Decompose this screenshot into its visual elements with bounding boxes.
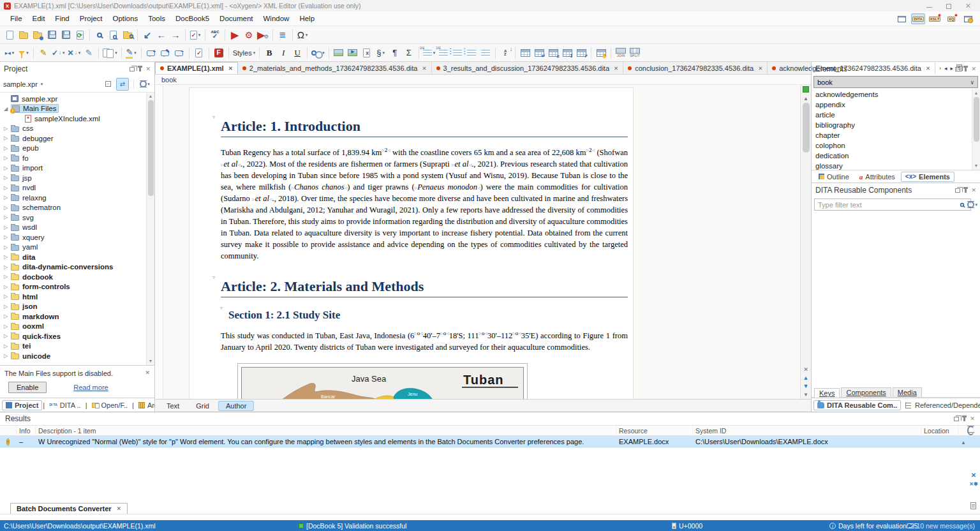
mode-tab-author[interactable]: Author	[218, 401, 254, 411]
panel-tab-dita[interactable]: DI TADITA ..	[45, 400, 85, 410]
menu-project[interactable]: Project	[75, 13, 108, 24]
join-cells-button[interactable]: JOIN	[614, 45, 628, 61]
insert-ordered-list-button[interactable]	[436, 45, 450, 61]
delete-column-button[interactable]: ⌿	[574, 45, 588, 61]
fold-arrow-icon[interactable]: ▿	[212, 274, 215, 280]
close-panel-icon[interactable]: ✕	[971, 66, 976, 72]
open-url-button[interactable]	[31, 27, 45, 43]
tree-item[interactable]: ▷xquery	[0, 232, 154, 243]
tree-item[interactable]: ▷quick-fixes	[0, 331, 154, 341]
tree-item[interactable]: ▷unicode	[0, 351, 154, 361]
expand-arrow-icon[interactable]: ▷	[4, 264, 11, 270]
insert-row-button[interactable]: ↵	[532, 45, 546, 61]
tree-item[interactable]: ▷html	[0, 292, 154, 302]
close-tab-icon[interactable]: ✕	[228, 65, 233, 71]
element-item[interactable]: bibliography	[812, 120, 980, 130]
dita-settings-gear-icon[interactable]: ▾	[967, 201, 977, 208]
document-tab[interactable]: EXAMPLE(1).xml✕	[155, 62, 238, 74]
insert-media-button[interactable]	[346, 45, 360, 61]
table-properties-button[interactable]: ✋	[594, 45, 608, 61]
pin-panel-icon[interactable]	[139, 67, 141, 71]
delete-row-button[interactable]: ≠	[546, 45, 560, 61]
expand-arrow-icon[interactable]: ▷	[4, 205, 11, 211]
results-column-headers[interactable]: Info Description - 1 item Resource Syste…	[0, 425, 980, 436]
mode-tab-grid[interactable]: Grid	[188, 401, 217, 411]
next-message-icon[interactable]: ▼	[803, 382, 809, 391]
tree-item[interactable]: ▷dita	[0, 252, 154, 262]
project-settings-gear-icon[interactable]: ▾	[138, 78, 151, 91]
tree-item[interactable]: ▷debugger	[0, 133, 154, 144]
element-item[interactable]: glossary	[812, 161, 980, 170]
configure-transformation-button[interactable]: ⚙	[242, 27, 256, 43]
menu-file[interactable]: File	[5, 13, 27, 24]
document-tab[interactable]: 3_results_and_discussion_1736247982335.4…	[432, 62, 624, 74]
panel-tab-project[interactable]: Project	[2, 400, 42, 410]
tree-item[interactable]: ▷wsdl	[0, 223, 154, 233]
restore-button[interactable]	[946, 4, 951, 9]
document-tab[interactable]: 2_materials_and_methods_1736247982335.45…	[238, 62, 432, 74]
validate-button[interactable]: ▾	[188, 27, 202, 43]
tree-item[interactable]: ▷schematron	[0, 203, 154, 213]
menu-document[interactable]: Document	[214, 13, 258, 24]
insert-paragraph-button[interactable]: ¶	[388, 45, 402, 61]
evaluation-days[interactable]: i Days left for evaluation: 25	[829, 520, 917, 531]
tree-item[interactable]: ▷nvdl	[0, 183, 154, 193]
editor-perspective-button[interactable]	[895, 13, 909, 24]
search-icon[interactable]	[960, 200, 965, 209]
editor-scrollbar[interactable]: ▲ ✕ ▲ ▼ ▼	[800, 85, 811, 399]
batch-documents-converter-tab[interactable]: Batch Documents Converter✕	[10, 503, 128, 514]
add-comment-button[interactable]: +	[144, 45, 158, 61]
insert-section-button[interactable]: §▾	[374, 45, 388, 61]
expand-arrow-icon[interactable]: ▷	[4, 274, 11, 280]
paste-special-button[interactable]: ▾	[101, 45, 119, 61]
close-panel-icon[interactable]: ✕	[145, 66, 151, 72]
panel-tab-outline[interactable]: Outline	[814, 172, 854, 182]
expand-arrow-icon[interactable]: ▷	[4, 313, 11, 319]
breadcrumb[interactable]: book	[155, 75, 811, 85]
spell-check-button[interactable]: ABC✓	[208, 27, 222, 43]
close-tab-icon[interactable]: ✕	[614, 65, 618, 71]
filter-input[interactable]	[814, 198, 971, 211]
element-item[interactable]: article	[812, 110, 980, 120]
clear-highlights-icon[interactable]: ✕	[803, 366, 808, 374]
link-with-editor-icon[interactable]: ⇄	[116, 78, 129, 91]
expand-arrow-icon[interactable]: ▷	[4, 254, 11, 260]
save-all-button[interactable]	[59, 27, 73, 43]
document-tab[interactable]: conclusion_1736247982335.4536.dita✕	[623, 62, 768, 74]
close-tab-icon[interactable]: ✕	[758, 65, 762, 71]
expand-arrow-icon[interactable]: ▷	[4, 214, 11, 220]
form-controls-button[interactable]: F	[212, 45, 226, 61]
fold-arrow-icon[interactable]: ▿	[212, 114, 215, 120]
expand-arrow-icon[interactable]: ▷	[4, 135, 11, 141]
mode-tab-text[interactable]: Text	[159, 401, 187, 411]
tree-item[interactable]: ▷ooxml	[0, 322, 154, 332]
tree-item[interactable]: ▷json	[0, 302, 154, 312]
panel-tab-openf[interactable]: Open/F..	[88, 400, 132, 410]
edit-review-button[interactable]: ✎	[36, 45, 50, 61]
insert-equation-button[interactable]: Σ	[402, 45, 416, 61]
element-item[interactable]: acknowledgements	[812, 89, 980, 100]
tree-item[interactable]: ▷dita-dynamic-conversions	[0, 262, 154, 273]
bold-button[interactable]: B	[262, 45, 276, 61]
profiling-condition-button[interactable]: ▾	[17, 45, 31, 61]
expand-arrow-icon[interactable]: ▷	[4, 225, 11, 230]
tree-item[interactable]: ▷fo	[0, 153, 154, 163]
study-site-paragraph[interactable]: This study was conducted in Tuban, East …	[221, 329, 628, 353]
expand-arrow-icon[interactable]: ▷	[4, 195, 11, 200]
forward-button[interactable]: →	[168, 27, 182, 43]
menu-tools[interactable]: Tools	[143, 13, 170, 24]
expand-arrow-icon[interactable]: ▷	[4, 175, 11, 181]
expand-arrow-icon[interactable]: ▷	[4, 284, 11, 290]
apply-transformation-button[interactable]: ▶	[228, 27, 242, 43]
expand-arrow-icon[interactable]: ▷	[4, 343, 11, 349]
scroll-down-icon[interactable]: ▼	[803, 391, 808, 399]
menu-find[interactable]: Find	[50, 13, 74, 24]
project-selector[interactable]: sample.xpr▾	[3, 80, 43, 88]
pin-panel-icon[interactable]	[965, 67, 967, 71]
close-tab-icon[interactable]: ✕	[117, 505, 122, 512]
element-item[interactable]: chapter	[812, 130, 980, 140]
highlight-button[interactable]: ✎▾	[124, 45, 138, 61]
insert-table-button[interactable]	[518, 45, 532, 61]
collapse-all-icon[interactable]: −	[101, 78, 114, 91]
list-properties-button[interactable]	[479, 45, 493, 61]
